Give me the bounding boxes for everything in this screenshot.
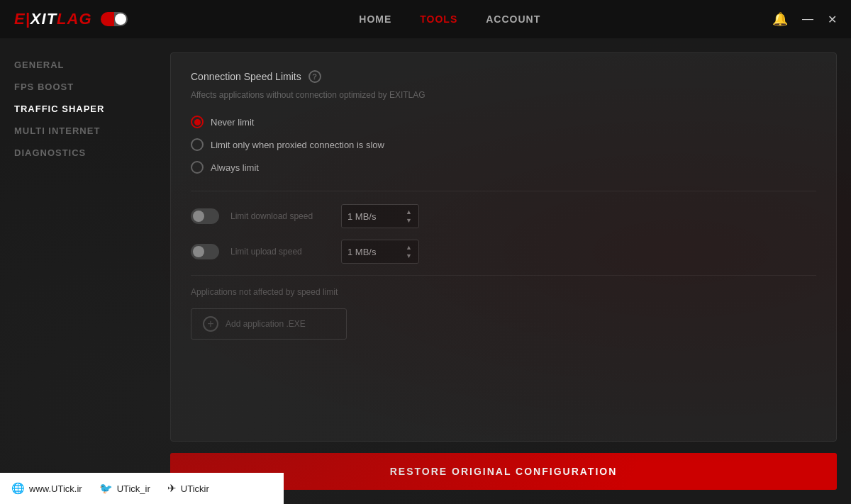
add-app-button[interactable]: + Add application .EXE bbox=[191, 308, 347, 340]
content-area: Connection Speed Limits ? Affects applic… bbox=[163, 38, 851, 504]
nav-home[interactable]: HOME bbox=[359, 13, 391, 25]
radio-circle-never bbox=[191, 116, 204, 128]
upload-down-arrow[interactable]: ▼ bbox=[405, 252, 413, 260]
divider-1 bbox=[191, 191, 816, 191]
footer-telegram-text[interactable]: UTickir bbox=[181, 483, 209, 494]
upload-speed-row: Limit upload speed 1 MB/s ▲ ▼ bbox=[191, 240, 816, 264]
radio-always-limit[interactable]: Always limit bbox=[191, 161, 816, 174]
radio-limit-when-slow[interactable]: Limit only when proxied connection is sl… bbox=[191, 138, 816, 151]
topnav-right: 🔔 — ✕ bbox=[772, 11, 837, 27]
nav-account[interactable]: ACCOUNT bbox=[486, 13, 540, 25]
minimize-button[interactable]: — bbox=[802, 13, 813, 26]
radio-never-limit[interactable]: Never limit bbox=[191, 116, 816, 128]
telegram-icon: ✈ bbox=[167, 482, 177, 495]
upload-speed-input[interactable]: 1 MB/s ▲ ▼ bbox=[341, 240, 419, 264]
download-toggle[interactable] bbox=[191, 208, 219, 224]
notification-icon[interactable]: 🔔 bbox=[772, 11, 788, 27]
upload-toggle[interactable] bbox=[191, 244, 219, 259]
radio-label-slow: Limit only when proxied connection is sl… bbox=[211, 140, 384, 150]
close-button[interactable]: ✕ bbox=[828, 13, 837, 26]
radio-group: Never limit Limit only when proxied conn… bbox=[191, 116, 816, 174]
divider-2 bbox=[191, 275, 816, 276]
nav-links: HOME TOOLS ACCOUNT bbox=[359, 13, 540, 25]
topnav: E|XITLAG HOME TOOLS ACCOUNT 🔔 — ✕ bbox=[0, 0, 851, 38]
panel-header: Connection Speed Limits ? bbox=[191, 70, 816, 83]
footer-item-twitter: 🐦 UTick_ir bbox=[99, 482, 150, 495]
download-label: Limit download speed bbox=[230, 211, 330, 221]
footer-bar: 🌐 www.UTick.ir 🐦 UTick_ir ✈ UTickir bbox=[0, 473, 284, 504]
twitter-icon: 🐦 bbox=[99, 482, 113, 495]
radio-circle-slow bbox=[191, 138, 204, 151]
sidebar-item-general[interactable]: GENERAL bbox=[14, 60, 149, 70]
download-speed-input[interactable]: 1 MB/s ▲ ▼ bbox=[341, 204, 419, 228]
download-arrows: ▲ ▼ bbox=[405, 208, 413, 225]
sidebar-item-diagnostics[interactable]: DIAGNOSTICS bbox=[14, 147, 149, 158]
main-layout: GENERAL FPS BOOST TRAFFIC SHAPER MULTI I… bbox=[0, 38, 851, 504]
footer-item-telegram: ✈ UTickir bbox=[167, 482, 209, 495]
radio-circle-always bbox=[191, 161, 204, 174]
upload-arrows: ▲ ▼ bbox=[405, 244, 413, 260]
radio-label-always: Always limit bbox=[211, 162, 259, 173]
power-toggle[interactable] bbox=[101, 12, 128, 26]
website-icon: 🌐 bbox=[11, 482, 25, 495]
panel-title: Connection Speed Limits bbox=[191, 71, 301, 82]
sidebar-item-fps-boost[interactable]: FPS BOOST bbox=[14, 82, 149, 92]
download-speed-row: Limit download speed 1 MB/s ▲ ▼ bbox=[191, 204, 816, 228]
sidebar-item-multi-internet[interactable]: MULTI INTERNET bbox=[14, 125, 149, 136]
help-icon[interactable]: ? bbox=[308, 70, 321, 83]
panel: Connection Speed Limits ? Affects applic… bbox=[170, 52, 837, 442]
download-speed-value: 1 MB/s bbox=[347, 211, 376, 222]
apps-label: Applications not affected by speed limit bbox=[191, 287, 816, 297]
upload-up-arrow[interactable]: ▲ bbox=[405, 244, 413, 252]
panel-subtitle: Affects applications without connection … bbox=[191, 90, 816, 100]
sidebar-item-traffic-shaper[interactable]: TRAFFIC SHAPER bbox=[14, 103, 149, 114]
download-up-arrow[interactable]: ▲ bbox=[405, 208, 413, 216]
logo: E|XITLAG bbox=[14, 10, 92, 28]
logo-area: E|XITLAG bbox=[14, 10, 128, 28]
upload-speed-value: 1 MB/s bbox=[347, 247, 376, 257]
footer-item-website: 🌐 www.UTick.ir bbox=[11, 482, 82, 495]
footer-website-text[interactable]: www.UTick.ir bbox=[29, 483, 82, 494]
footer-twitter-text[interactable]: UTick_ir bbox=[117, 483, 150, 494]
add-icon: + bbox=[203, 316, 218, 332]
upload-label: Limit upload speed bbox=[230, 247, 330, 257]
nav-tools[interactable]: TOOLS bbox=[420, 13, 457, 25]
radio-label-never: Never limit bbox=[211, 117, 254, 128]
download-down-arrow[interactable]: ▼ bbox=[405, 217, 413, 225]
add-app-text: Add application .EXE bbox=[226, 319, 306, 329]
sidebar: GENERAL FPS BOOST TRAFFIC SHAPER MULTI I… bbox=[0, 38, 163, 504]
